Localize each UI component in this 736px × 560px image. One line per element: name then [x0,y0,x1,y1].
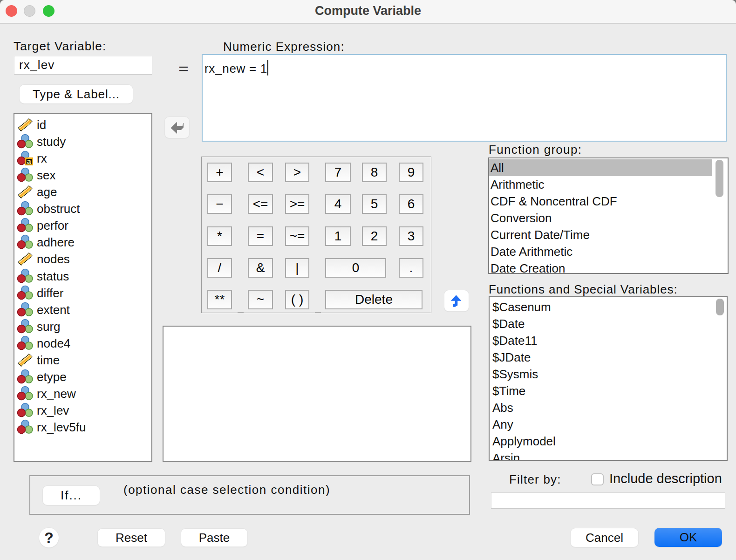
svg-text:a: a [27,157,31,165]
